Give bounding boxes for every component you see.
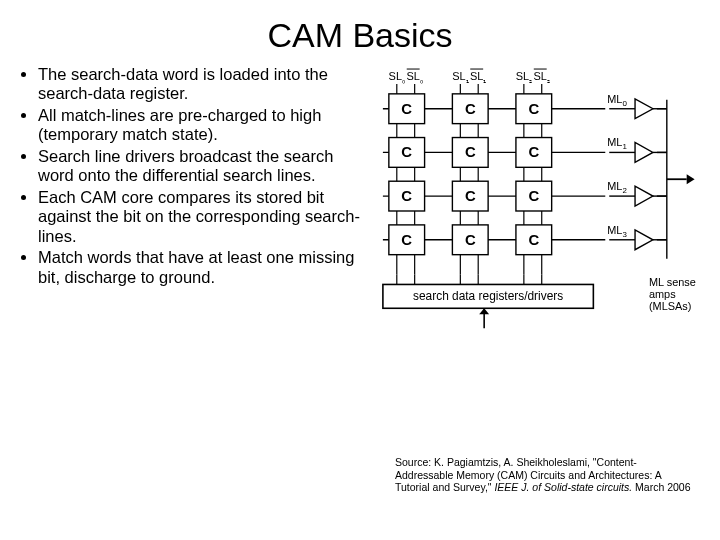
svg-text:SL₂: SL₂	[534, 70, 550, 85]
slide-body: The search-data word is loaded into the …	[0, 65, 720, 355]
bullet-item: The search-data word is loaded into the …	[38, 65, 365, 104]
source-journal: IEEE J. of Solid-state circuits.	[494, 481, 635, 493]
svg-text:ML1: ML1	[608, 136, 628, 151]
bullet-item: Each CAM core compares its stored bit ag…	[38, 188, 365, 246]
bullet-item: Match words that have at least one missi…	[38, 248, 365, 287]
svg-text:C: C	[529, 232, 540, 248]
svg-text:C: C	[402, 101, 413, 117]
svg-text:C: C	[465, 188, 476, 204]
svg-text:SL₀: SL₀	[407, 70, 423, 85]
cam-diagram: SL₀SL₀SL₁SL₁SL₂SL₂CCCML0CCCML1CCCML2CCCM…	[369, 65, 702, 355]
svg-marker-80	[635, 230, 653, 250]
bullet-item: All match-lines are pre-charged to high …	[38, 106, 365, 145]
svg-text:SL₂: SL₂	[516, 70, 532, 85]
slide: CAM Basics The search-data word is loade…	[0, 0, 720, 540]
svg-text:SL₁: SL₁	[453, 70, 469, 85]
slide-title: CAM Basics	[0, 0, 720, 65]
svg-text:(MLSAs): (MLSAs)	[649, 300, 691, 312]
svg-text:ML0: ML0	[608, 93, 628, 108]
svg-text:ML sense: ML sense	[649, 276, 696, 288]
bullet-list: The search-data word is loaded into the …	[18, 65, 365, 355]
svg-marker-89	[687, 174, 695, 184]
svg-text:amps: amps	[649, 288, 676, 300]
source-date: March 2006	[635, 481, 690, 493]
svg-marker-69	[635, 186, 653, 206]
svg-text:C: C	[529, 101, 540, 117]
svg-text:C: C	[402, 144, 413, 160]
svg-text:SL₀: SL₀	[389, 70, 405, 85]
svg-text:C: C	[402, 232, 413, 248]
svg-text:C: C	[529, 144, 540, 160]
svg-text:ML3: ML3	[608, 224, 628, 239]
source-caption: Source: K. Pagiamtzis, A. Sheikholeslami…	[395, 456, 695, 494]
svg-marker-47	[635, 99, 653, 119]
svg-text:SL₁: SL₁	[470, 70, 486, 85]
svg-text:C: C	[465, 144, 476, 160]
svg-text:C: C	[529, 188, 540, 204]
svg-marker-58	[635, 142, 653, 162]
svg-text:C: C	[402, 188, 413, 204]
svg-text:C: C	[465, 232, 476, 248]
bullet-item: Search line drivers broadcast the search…	[38, 147, 365, 186]
svg-text:search data registers/drivers: search data registers/drivers	[413, 289, 563, 303]
svg-text:ML2: ML2	[608, 180, 628, 195]
svg-marker-93	[480, 308, 490, 314]
svg-text:C: C	[465, 101, 476, 117]
